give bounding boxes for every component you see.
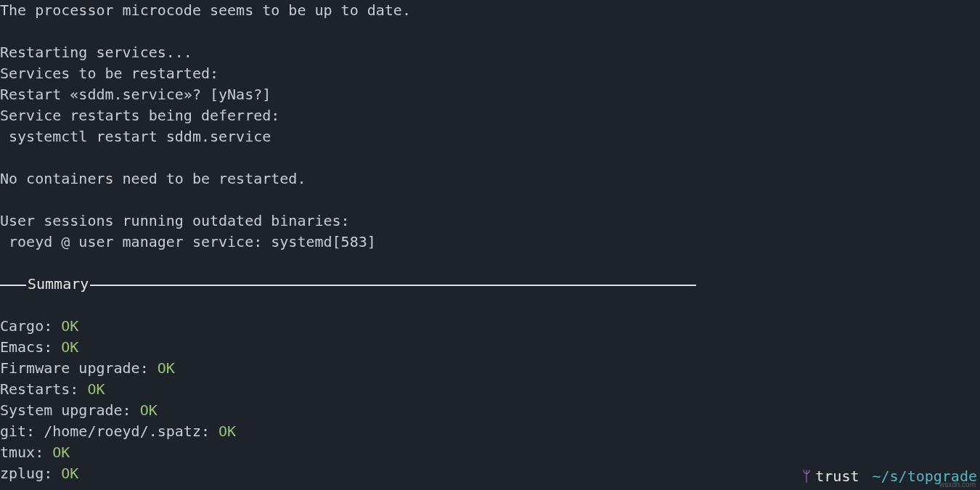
summary-row: Emacs: OK: [0, 338, 78, 356]
summary-row: git: /home/roeyd/.spatz: OK: [0, 422, 236, 440]
output-line: Restart «sddm.service»? [yNas?]: [0, 86, 271, 103]
output-line: systemctl restart sddm.service: [0, 128, 271, 145]
terminal-output[interactable]: The processor microcode seems to be up t…: [0, 0, 980, 490]
summary-row: System upgrade: OK: [0, 401, 158, 419]
summary-status: OK: [140, 401, 158, 419]
output-line: roeyd @ user manager service: systemd[58…: [0, 233, 376, 250]
summary-label: git: /home/roeyd/.spatz:: [0, 422, 219, 440]
output-line: No containers need to be restarted.: [0, 170, 306, 187]
summary-row: zplug: OK: [0, 465, 78, 482]
summary-label: System upgrade:: [0, 401, 140, 419]
summary-row: Cargo: OK: [0, 317, 78, 335]
summary-status: OK: [52, 444, 70, 461]
summary-label: Firmware upgrade:: [0, 359, 158, 377]
summary-label: Restarts:: [0, 380, 87, 398]
watermark: wsxdn.com: [939, 481, 976, 489]
output-line: Services to be restarted:: [0, 65, 219, 82]
output-line: The processor microcode seems to be up t…: [0, 1, 411, 19]
output-line: Restarting services...: [0, 44, 192, 61]
summary-status: OK: [158, 359, 175, 377]
output-line: Service restarts being deferred:: [0, 107, 279, 124]
summary-row: tmux: OK: [0, 444, 70, 461]
summary-status: OK: [219, 422, 236, 440]
prompt-check-icon: ✓: [0, 486, 17, 490]
summary-status: OK: [61, 465, 78, 482]
summary-status: OK: [61, 338, 78, 356]
summary-status: OK: [61, 317, 78, 335]
summary-row: Firmware upgrade: OK: [0, 359, 175, 377]
git-branch: ᛘtrust: [802, 466, 859, 487]
summary-row: Restarts: OK: [0, 380, 105, 398]
prompt-chevron-icon: ❯❯❯: [17, 486, 39, 490]
summary-title: Summary: [28, 274, 89, 295]
section-header-summary: Summary: [0, 274, 980, 295]
summary-status: OK: [87, 380, 105, 398]
output-line: User sessions running outdated binaries:: [0, 212, 350, 229]
summary-label: tmux:: [0, 444, 52, 461]
summary-label: Cargo:: [0, 317, 61, 335]
summary-label: Emacs:: [0, 338, 61, 356]
branch-icon: ᛘ: [802, 467, 811, 485]
shell-prompt[interactable]: ✓ ❯❯❯: [0, 486, 39, 490]
summary-label: zplug:: [0, 465, 61, 482]
branch-name: trust: [815, 467, 859, 485]
